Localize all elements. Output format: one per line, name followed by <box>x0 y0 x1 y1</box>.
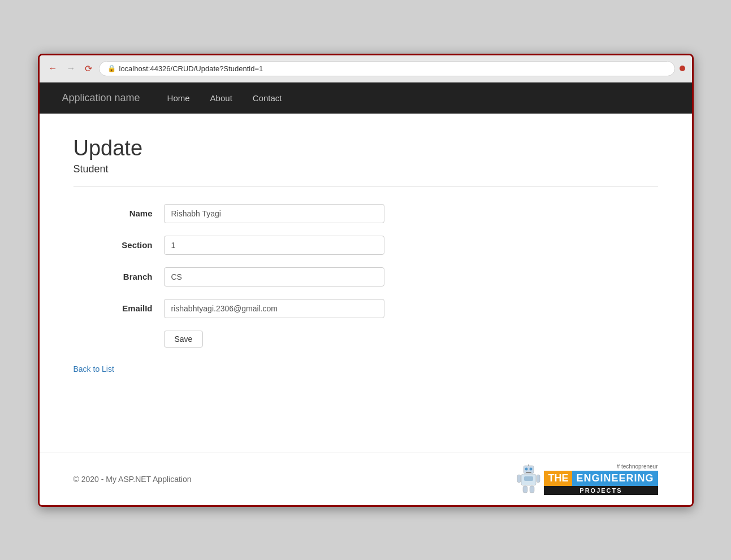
svg-rect-7 <box>524 476 533 481</box>
tep-hashtag: # technopreneur <box>617 463 658 470</box>
page-title: Update <box>73 136 658 160</box>
red-dot <box>680 66 685 71</box>
robot-icon <box>517 465 540 494</box>
nav-link-contact[interactable]: Contact <box>248 90 287 106</box>
footer-copyright: © 2020 - My ASP.NET Application <box>73 475 192 484</box>
emailid-group: EmailId <box>73 299 526 318</box>
tep-top-row: THE ENGINEERING <box>544 471 658 486</box>
name-group: Name <box>73 204 526 223</box>
save-button[interactable]: Save <box>164 331 204 348</box>
footer: © 2020 - My ASP.NET Application <box>40 453 692 505</box>
section-group: Section <box>73 236 526 255</box>
browser-window: ← → ⟳ 🔒 localhost:44326/CRUD/Update?Stud… <box>38 54 694 507</box>
forward-button[interactable]: → <box>64 62 78 75</box>
divider <box>73 186 658 187</box>
name-input[interactable] <box>164 204 384 223</box>
name-label: Name <box>73 209 164 218</box>
svg-rect-9 <box>537 475 540 483</box>
page-content: Application name Home About Contact Upda… <box>40 83 692 505</box>
svg-rect-8 <box>517 475 521 483</box>
tep-projects: PROJECTS <box>544 486 658 495</box>
nav-link-about[interactable]: About <box>206 90 237 106</box>
section-label: Section <box>73 240 164 250</box>
emailid-input[interactable] <box>164 299 384 318</box>
form-container: Name Section Branch EmailId <box>73 204 526 348</box>
navbar: Application name Home About Contact <box>40 83 692 114</box>
svg-rect-5 <box>526 472 531 473</box>
lock-icon: 🔒 <box>107 64 116 72</box>
svg-point-3 <box>525 467 528 470</box>
svg-rect-10 <box>523 486 527 493</box>
page-subtitle: Student <box>73 163 658 175</box>
save-row: Save <box>164 331 526 348</box>
navbar-links: Home About Contact <box>163 90 287 106</box>
svg-rect-11 <box>530 486 534 493</box>
back-to-list-link[interactable]: Back to List <box>73 364 114 374</box>
tep-engineering: ENGINEERING <box>572 471 658 486</box>
refresh-button[interactable]: ⟳ <box>83 62 94 75</box>
tep-badge: # technopreneur THE ENGINEERING PROJECTS <box>544 463 658 495</box>
main-content: Update Student Name Section Branch <box>40 114 692 453</box>
url-text: localhost:44326/CRUD/Update?Studentid=1 <box>119 64 263 73</box>
tep-box: THE ENGINEERING PROJECTS <box>544 471 658 495</box>
branch-input[interactable] <box>164 267 384 286</box>
svg-point-4 <box>530 467 533 470</box>
emailid-label: EmailId <box>73 303 164 313</box>
address-bar: 🔒 localhost:44326/CRUD/Update?Studentid=… <box>99 61 675 76</box>
section-input[interactable] <box>164 236 384 255</box>
tep-the: THE <box>544 471 572 486</box>
nav-link-home[interactable]: Home <box>163 90 194 106</box>
browser-chrome: ← → ⟳ 🔒 localhost:44326/CRUD/Update?Stud… <box>40 55 692 83</box>
branch-group: Branch <box>73 267 526 286</box>
back-button[interactable]: ← <box>46 62 60 75</box>
navbar-brand[interactable]: Application name <box>62 92 140 104</box>
footer-logo: # technopreneur THE ENGINEERING PROJECTS <box>517 463 658 495</box>
branch-label: Branch <box>73 272 164 281</box>
